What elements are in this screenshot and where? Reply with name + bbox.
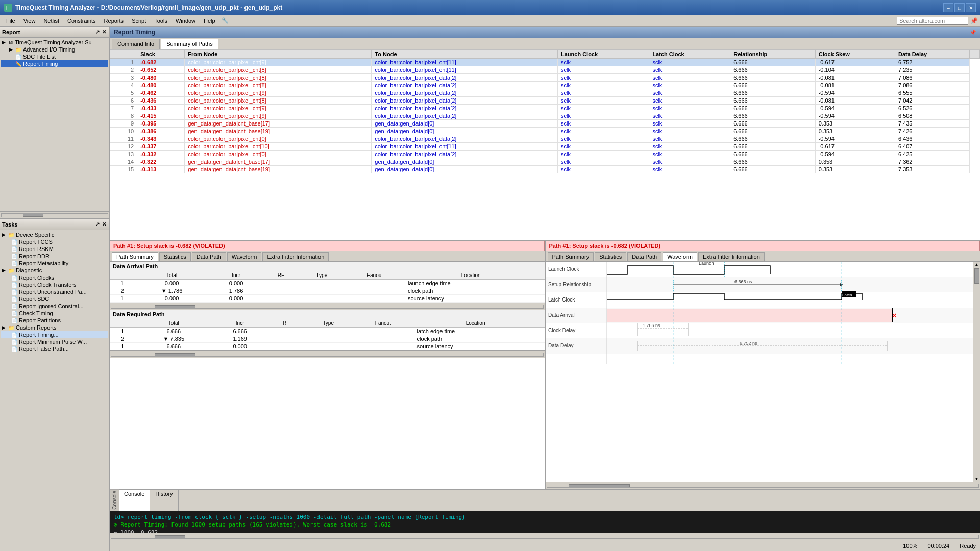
maximize-button[interactable]: □ xyxy=(954,3,965,12)
close-button[interactable]: ✕ xyxy=(966,3,976,12)
menu-reports[interactable]: Reports xyxy=(100,17,128,25)
path1-tab-data-path[interactable]: Data Path xyxy=(192,252,226,261)
path2-tab-data-path[interactable]: Data Path xyxy=(627,252,662,261)
dr-hscroll[interactable] xyxy=(110,350,545,358)
col-relationship[interactable]: Relationship xyxy=(730,50,816,59)
tasks-float-btn[interactable]: ↗ xyxy=(94,221,101,227)
dr-row-1[interactable]: 1 6.6666.666 latch edge time xyxy=(110,328,545,335)
path1-tab-extra-fitter[interactable]: Extra Fitter Information xyxy=(262,252,329,261)
path2-tab-extra-fitter[interactable]: Extra Fitter Information xyxy=(698,252,765,261)
da-hscroll-thumb[interactable] xyxy=(155,305,195,308)
console-tab-history[interactable]: History xyxy=(150,490,178,511)
table-row[interactable]: 6-0.436color_bar:color_bar|pixel_cnt[8]c… xyxy=(110,97,980,105)
tasks-item-ddr[interactable]: 📄 Report DDR xyxy=(1,253,108,260)
tree-item-sdc-file[interactable]: 📄 SDC File List xyxy=(1,53,108,60)
dr-row-3[interactable]: 1 6.6660.000 source latency xyxy=(110,343,545,350)
waveform-vscroll[interactable]: ▲ ▼ xyxy=(973,262,980,482)
tasks-group-diagnostic[interactable]: ▶ 📁 Diagnostic xyxy=(1,267,108,274)
tasks-item-metastability[interactable]: 📄 Report Metastability xyxy=(1,260,108,267)
tasks-item-partitions[interactable]: 📄 Report Partitions xyxy=(1,317,108,324)
tasks-item-min-pulse[interactable]: 📄 Report Minimum Pulse W... xyxy=(1,338,108,345)
tab-command-info[interactable]: Command Info xyxy=(112,39,160,49)
table-row[interactable]: 10-0.386gen_data:gen_data|cnt_base[19]ge… xyxy=(110,128,980,135)
tree-item-advanced-io[interactable]: ▶ 📁 Advanced I/O Timing xyxy=(1,46,108,53)
tasks-item-unconstrained[interactable]: 📄 Report Unconstrained Pa... xyxy=(1,288,108,295)
h-scrollbar-thumb-report[interactable] xyxy=(23,214,43,217)
console-tab-console[interactable]: Console xyxy=(119,490,150,511)
da-row-3[interactable]: 1 0.0000.000 source latency xyxy=(110,295,545,303)
tasks-item-check[interactable]: 📄 Check Timing xyxy=(1,310,108,317)
col-clock-skew[interactable]: Clock Skew xyxy=(815,50,895,59)
dr-hscroll-thumb[interactable] xyxy=(155,353,195,356)
tasks-item-false-path[interactable]: 📄 Report False Path... xyxy=(1,345,108,353)
menu-view[interactable]: View xyxy=(19,17,40,25)
table-row[interactable]: 8-0.415color_bar:color_bar|pixel_cnt[9]c… xyxy=(110,112,980,120)
table-row[interactable]: 13-0.332color_bar:color_bar|pixel_cnt[0]… xyxy=(110,151,980,158)
col-data-delay[interactable]: Data Delay xyxy=(895,50,969,59)
tree-item-timequest[interactable]: ▶ 🖥 TimeQuest Timing Analyzer Su xyxy=(1,39,108,46)
table-row[interactable]: 15-0.313gen_data:gen_data|cnt_base[19]ge… xyxy=(110,166,980,173)
h-scrollbar-report[interactable] xyxy=(0,211,109,218)
path2-tab-waveform[interactable]: Waveform xyxy=(663,252,697,261)
col-to-node[interactable]: To Node xyxy=(372,50,558,59)
report-timing-pin-btn[interactable]: 📌 xyxy=(970,30,976,35)
table-row[interactable]: 9-0.395gen_data:gen_data|cnt_base[17]gen… xyxy=(110,120,980,128)
tasks-item-clocks[interactable]: 📄 Report Clocks xyxy=(1,274,108,281)
path1-tab-summary[interactable]: Path Summary xyxy=(112,252,158,261)
table-row[interactable]: 2-0.652color_bar:color_bar|pixel_cnt[8]c… xyxy=(110,66,980,74)
menu-script[interactable]: Script xyxy=(128,17,150,25)
tasks-close-btn[interactable]: ✕ xyxy=(101,221,107,227)
path2-tab-summary[interactable]: Path Summary xyxy=(548,252,594,261)
table-row[interactable]: 1-0.682color_bar:color_bar|pixel_cnt[9]c… xyxy=(110,59,980,66)
col-from-node[interactable]: From Node xyxy=(185,50,372,59)
waveform-scroll-down[interactable]: ▼ xyxy=(974,476,979,482)
panel-close-btn[interactable]: ✕ xyxy=(101,29,107,35)
tasks-group-custom[interactable]: ▶ 📁 Custom Reports xyxy=(1,324,108,331)
file-ignored-icon: 📄 xyxy=(11,304,17,309)
path2-tab-statistics[interactable]: Statistics xyxy=(595,252,626,261)
table-row[interactable]: 14-0.322gen_data:gen_data|cnt_base[17]ge… xyxy=(110,158,980,166)
menu-help[interactable]: Help xyxy=(200,17,219,25)
table-row[interactable]: 12-0.337color_bar:color_bar|pixel_cnt[10… xyxy=(110,143,980,151)
console-hscroll[interactable] xyxy=(110,533,980,540)
table-row[interactable]: 3-0.480color_bar:color_bar|pixel_cnt[8]c… xyxy=(110,74,980,82)
da-row-2[interactable]: 2 ▼ 1.7861.786 clock path xyxy=(110,287,545,295)
da-row-1[interactable]: 1 0.0000.000 launch edge time xyxy=(110,280,545,287)
da-hscroll[interactable] xyxy=(110,303,545,310)
dr-row-2[interactable]: 2 ▼ 7.8351.169 clock path xyxy=(110,335,545,343)
path1-tab-statistics[interactable]: Statistics xyxy=(159,252,191,261)
table-row[interactable]: 11-0.343color_bar:color_bar|pixel_cnt[0]… xyxy=(110,135,980,143)
waveform-hscroll[interactable] xyxy=(546,482,981,489)
tree-item-report-timing[interactable]: ✏️ Report Timing xyxy=(1,60,108,67)
tasks-item-report-timing[interactable]: 📄 Report Timing... xyxy=(1,331,108,338)
menu-window[interactable]: Window xyxy=(172,17,200,25)
table-row[interactable]: 7-0.433color_bar:color_bar|pixel_cnt[9]c… xyxy=(110,105,980,112)
pin-icon[interactable]: 📌 xyxy=(970,17,978,24)
minimize-button[interactable]: – xyxy=(943,3,953,12)
tasks-item-rskm[interactable]: 📄 Report RSKM xyxy=(1,245,108,253)
table-row[interactable]: 4-0.480color_bar:color_bar|pixel_cnt[8]c… xyxy=(110,82,980,89)
search-input[interactable] xyxy=(897,17,968,25)
waveform-scroll-thumb[interactable] xyxy=(974,268,979,284)
console-hscroll-thumb[interactable] xyxy=(155,535,185,538)
tab-summary-paths[interactable]: Summary of Paths xyxy=(161,39,218,49)
waveform-scroll-up[interactable]: ▲ xyxy=(974,262,979,267)
col-slack[interactable]: Slack xyxy=(137,50,185,59)
menu-constraints[interactable]: Constraints xyxy=(63,17,100,25)
col-launch-clock[interactable]: Launch Clock xyxy=(557,50,649,59)
table-row[interactable]: 5-0.462color_bar:color_bar|pixel_cnt[9]c… xyxy=(110,89,980,97)
tasks-item-ignored[interactable]: 📄 Report Ignored Constrai... xyxy=(1,303,108,310)
title-bar-controls: – □ ✕ xyxy=(943,3,976,12)
col-rownum xyxy=(110,50,137,59)
menu-tools[interactable]: Tools xyxy=(150,17,172,25)
menu-file[interactable]: File xyxy=(2,17,19,25)
tasks-item-sdc[interactable]: 📄 Report SDC xyxy=(1,295,108,303)
col-latch-clock[interactable]: Latch Clock xyxy=(649,50,730,59)
tasks-item-clock-transfers[interactable]: 📄 Report Clock Transfers xyxy=(1,281,108,288)
menu-netlist[interactable]: Netlist xyxy=(39,17,63,25)
waveform-hscroll-thumb[interactable] xyxy=(569,484,630,487)
path1-tab-waveform[interactable]: Waveform xyxy=(227,252,262,261)
tasks-group-device[interactable]: ▶ 📁 Device Specific xyxy=(1,231,108,238)
panel-float-btn[interactable]: ↗ xyxy=(94,29,101,35)
tasks-item-tccs[interactable]: 📄 Report TCCS xyxy=(1,238,108,245)
